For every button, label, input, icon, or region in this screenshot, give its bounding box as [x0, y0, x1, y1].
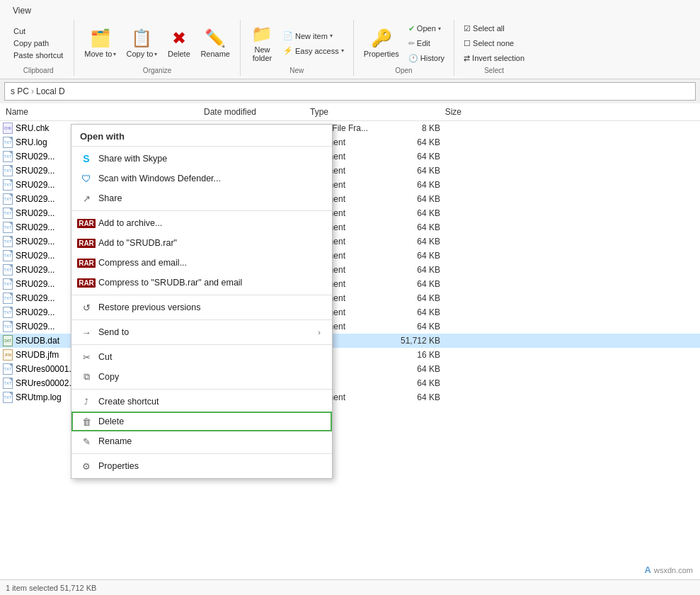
clipboard-label: Clipboard — [23, 65, 54, 74]
ctx-item-restore-versions[interactable]: ↺ Restore previous versions — [71, 298, 332, 317]
file-icon: TXT — [3, 278, 13, 290]
file-size: 64 KB — [382, 293, 446, 304]
easy-access-arrow: ▾ — [341, 47, 344, 54]
col-header-type[interactable]: Type — [304, 106, 403, 118]
invert-selection-button[interactable]: ⇄ Invert selection — [460, 51, 528, 65]
ctx-item-icon-send-to: → — [80, 326, 93, 339]
file-name: SRU029... — [16, 265, 54, 275]
rename-button[interactable]: ✏️ Rename — [196, 21, 234, 65]
file-icon: TXT — [3, 293, 13, 304]
select-label: Select — [484, 65, 504, 74]
paste-shortcut-button[interactable]: Paste shortcut — [11, 50, 65, 60]
context-menu-items: S Share with Skype 🛡 Scan with Windows D… — [71, 149, 332, 476]
cut-button[interactable]: Cut — [11, 26, 65, 36]
ctx-item-copy[interactable]: ⧉ Copy — [71, 367, 332, 387]
properties-button[interactable]: 🔑 Properties — [360, 21, 403, 65]
delete-button[interactable]: ✖ Delete — [163, 21, 195, 65]
file-icon: JFM — [3, 349, 13, 361]
ctx-item-properties[interactable]: ⚙ Properties — [71, 456, 332, 476]
ctx-item-label: Compress and email... — [98, 258, 187, 268]
file-icon: TXT — [3, 363, 13, 375]
address-separator-1: › — [31, 86, 34, 96]
file-name: SRU029... — [16, 152, 54, 162]
easy-access-button[interactable]: ⚡ Easy access ▾ — [280, 44, 348, 58]
address-path-1: s PC — [11, 86, 29, 96]
file-size: 64 KB — [382, 378, 446, 389]
ctx-item-compress-email[interactable]: RAR Compress and email... — [71, 253, 332, 273]
select-all-button[interactable]: ☑ Select all — [460, 21, 528, 35]
delete-label: Delete — [168, 50, 190, 58]
file-name: SRU029... — [16, 180, 54, 190]
organize-buttons: 🗂️ Move to ▾ 📋 Copy to ▾ ✖ Delete — [80, 21, 234, 65]
file-size: 64 KB — [382, 363, 446, 375]
ctx-separator — [71, 453, 332, 454]
ctx-item-icon-share: ↗ — [80, 192, 93, 205]
ribbon-group-organize: 🗂️ Move to ▾ 📋 Copy to ▾ ✖ Delete — [74, 20, 241, 76]
file-name: SRU.chk — [16, 123, 49, 133]
file-icon: TXT — [3, 208, 13, 219]
select-none-button[interactable]: ☐ Select none — [460, 36, 528, 50]
file-icon: TXT — [3, 321, 13, 332]
ctx-item-add-archive[interactable]: RAR Add to archive... — [71, 213, 332, 233]
file-size: 64 KB — [382, 151, 446, 162]
new-folder-button[interactable]: 📁 New folder — [246, 21, 278, 65]
ribbon-tab-view[interactable]: View — [6, 3, 38, 18]
col-header-size[interactable]: Size — [403, 106, 467, 118]
ctx-item-label: Create shortcut — [98, 397, 159, 407]
open-label: Open — [417, 24, 436, 33]
ctx-item-add-srudb[interactable]: RAR Add to "SRUDB.rar" — [71, 233, 332, 253]
file-icon: TXT — [3, 392, 13, 403]
watermark-logo: A — [645, 565, 651, 575]
copy-to-button[interactable]: 📋 Copy to ▾ — [122, 21, 161, 65]
copy-path-button[interactable]: Copy path — [11, 38, 65, 48]
address-bar[interactable]: s PC › Local D — [4, 82, 696, 101]
ctx-item-delete[interactable]: 🗑 Delete — [71, 412, 332, 431]
file-name: SRU029... — [16, 208, 54, 218]
ctx-separator — [71, 344, 332, 345]
file-size: 64 KB — [382, 179, 446, 191]
ctx-item-icon-add-archive: RAR — [80, 217, 93, 230]
ctx-item-compress-srudb[interactable]: RAR Compress to "SRUDB.rar" and email — [71, 273, 332, 293]
move-to-arrow: ▾ — [113, 51, 116, 57]
file-icon: TXT — [3, 378, 13, 389]
file-name: SRU029... — [16, 251, 54, 261]
ctx-item-label: Scan with Windows Defender... — [98, 174, 221, 183]
new-item-button[interactable]: 📄 New item ▾ — [280, 29, 348, 43]
ctx-item-icon-delete: 🗑 — [80, 415, 93, 428]
move-to-button[interactable]: 🗂️ Move to ▾ — [80, 21, 120, 65]
file-name: SRUtmp.log — [16, 392, 62, 402]
ctx-separator — [71, 319, 332, 320]
file-name: SRU029... — [16, 322, 54, 332]
ctx-item-cut[interactable]: ✂ Cut — [71, 347, 332, 367]
address-path-2: Local D — [36, 86, 65, 96]
ctx-item-share[interactable]: ↗ Share — [71, 188, 332, 208]
ctx-item-icon-add-srudb: RAR — [80, 237, 93, 249]
ctx-separator — [71, 295, 332, 295]
ctx-item-icon-compress-email: RAR — [80, 256, 93, 269]
open-button[interactable]: ✔ Open ▾ — [405, 21, 448, 35]
status-text: 1 item selected 51,712 KB — [6, 584, 96, 592]
file-name: SRU029... — [16, 222, 54, 232]
ctx-item-create-shortcut[interactable]: ⤴ Create shortcut — [71, 392, 332, 412]
ctx-item-icon-copy: ⧉ — [80, 370, 93, 383]
ctx-item-send-to[interactable]: → Send to › — [71, 322, 332, 342]
ctx-item-scan-defender[interactable]: 🛡 Scan with Windows Defender... — [71, 169, 332, 188]
ctx-item-rename[interactable]: ✎ Rename — [71, 431, 332, 451]
open-label: Open — [395, 65, 412, 74]
file-icon: TXT — [3, 307, 13, 318]
properties-label: Properties — [364, 50, 399, 58]
history-button[interactable]: 🕐 History — [405, 51, 448, 65]
file-size: 64 KB — [382, 208, 446, 219]
ribbon-group-select: ☑ Select all ☐ Select none ⇄ Invert sele… — [454, 20, 534, 76]
new-folder-icon: 📁 — [251, 24, 272, 44]
easy-access-icon: ⚡ — [283, 46, 293, 55]
col-header-name[interactable]: Name — [0, 106, 198, 118]
col-header-date[interactable]: Date modified — [198, 106, 304, 118]
ctx-separator — [71, 389, 332, 390]
new-stack: 📄 New item ▾ ⚡ Easy access ▾ — [280, 29, 348, 58]
ctx-item-share-skype[interactable]: S Share with Skype — [71, 149, 332, 169]
edit-button[interactable]: ✏ Edit — [405, 36, 448, 50]
new-item-label: New item — [295, 32, 328, 40]
rename-label: Rename — [200, 50, 230, 58]
file-size: 64 KB — [382, 236, 446, 247]
